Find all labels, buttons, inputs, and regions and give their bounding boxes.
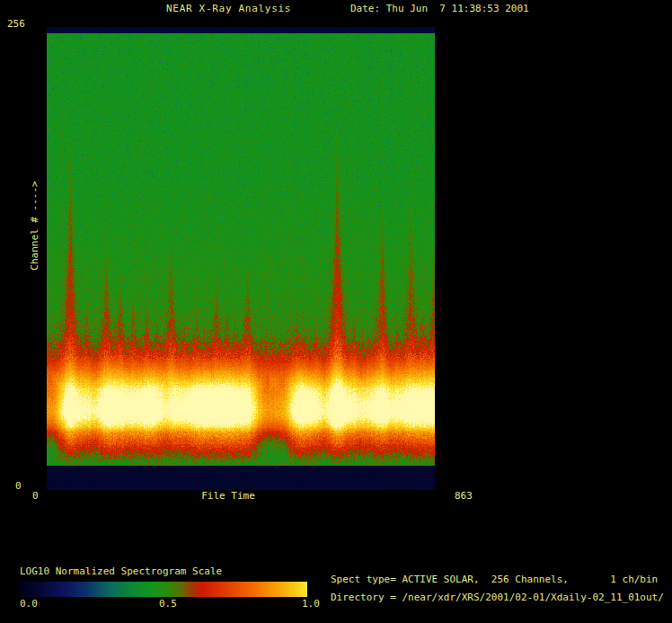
colorbar-tick-1: 1.0 [302, 599, 320, 610]
colorbar-tick-0: 0.0 [20, 599, 38, 610]
page-title: NEAR X-Ray Analysis [166, 4, 291, 14]
date-label: Date: Thu Jun 7 11:38:53 2001 [350, 4, 529, 14]
x-axis-max-label: 863 [455, 491, 473, 502]
y-axis-min-label: 0 [15, 481, 22, 492]
directory-line: Directory = /near/xdr/XRS/2001/02-01/Xda… [331, 592, 664, 603]
spectrogram-heatmap [47, 27, 435, 490]
colorbar-tick-05: 0.5 [159, 599, 177, 610]
spect-type-line: Spect type= ACTIVE SOLAR, 256 Channels, … [331, 574, 658, 585]
y-axis-title: Channel # ----> [30, 149, 42, 302]
x-axis-title: File Time [34, 491, 422, 502]
y-axis-max-label: 256 [7, 19, 25, 30]
colorbar-gradient [20, 582, 307, 597]
colorbar-title: LOG10 Normalized Spectrogram Scale [20, 566, 222, 577]
xray-analysis-window: NEAR X-Ray Analysis Date: Thu Jun 7 11:3… [0, 0, 672, 623]
